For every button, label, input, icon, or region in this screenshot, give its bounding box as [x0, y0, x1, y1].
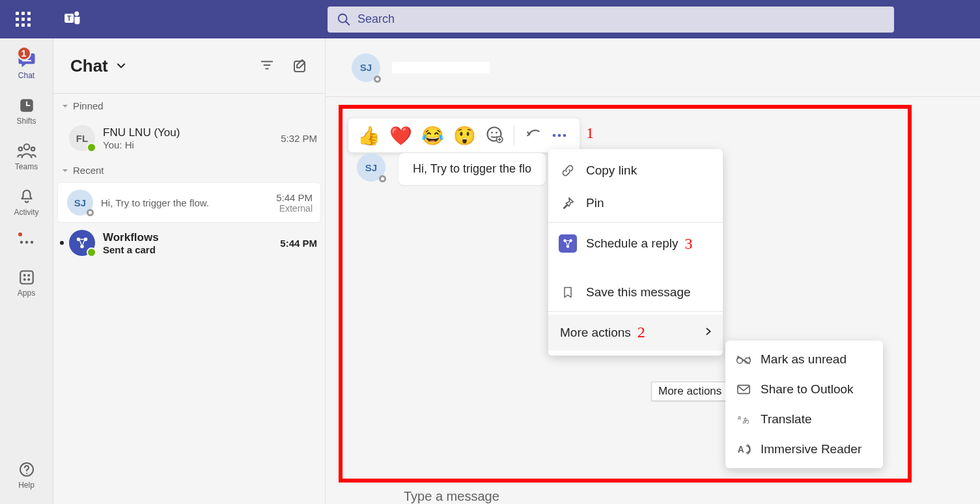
menu-save-message[interactable]: Save this message — [548, 276, 723, 309]
compose-icon[interactable] — [292, 58, 308, 74]
chat-content: SJ 👍 ❤️ 😂 😲 1 — [326, 38, 980, 504]
separator — [514, 126, 514, 145]
avatar-initials: SJ — [360, 62, 372, 73]
menu-pin[interactable]: Pin — [548, 187, 723, 219]
search-input[interactable]: Search — [328, 7, 894, 33]
avatar-initials: FL — [76, 133, 88, 144]
rail-shifts[interactable]: Shifts — [5, 91, 49, 128]
pin-icon — [560, 196, 576, 210]
submenu-mark-unread-label: Mark as unread — [761, 352, 847, 367]
menu-pin-label: Pin — [586, 196, 604, 210]
svg-point-10 — [31, 147, 34, 150]
rail-chat[interactable]: 1 Chat — [5, 45, 49, 83]
svg-point-29 — [491, 132, 493, 133]
menu-schedule-reply[interactable]: Schedule a reply 3 — [548, 225, 723, 276]
svg-text:a: a — [738, 414, 742, 421]
immersive-reader-icon: A — [736, 443, 751, 456]
rail-activity[interactable]: Activity — [5, 182, 49, 219]
chat-item-time: 5:32 PM — [281, 133, 317, 144]
message-bubble[interactable]: Hi, Try to trigger the flo — [399, 153, 546, 185]
reaction-like[interactable]: 👍 — [357, 125, 380, 147]
chat-item-self[interactable]: FL FNU LNU (You) You: Hi 5:32 PM — [53, 118, 325, 158]
avatar[interactable]: SJ — [352, 53, 380, 82]
chat-item-time: 5:44 PM External — [276, 192, 313, 214]
bell-icon — [18, 188, 35, 205]
avatar-initials: SJ — [365, 162, 377, 173]
chat-item-time-text: 5:44 PM — [276, 192, 313, 203]
schedule-app-icon — [559, 234, 577, 253]
chat-item-workflows[interactable]: Workflows Sent a card 5:44 PM — [53, 223, 325, 263]
svg-rect-43 — [738, 385, 749, 394]
menu-schedule-reply-label: Schedule a reply — [586, 236, 679, 251]
svg-text:A: A — [738, 445, 744, 455]
menu-copy-link[interactable]: Copy link — [548, 154, 723, 187]
chat-item-external[interactable]: SJ Hi, Try to trigger the flow. 5:44 PM … — [57, 182, 321, 223]
submenu-share-outlook[interactable]: Share to Outlook — [725, 374, 883, 404]
compose-input[interactable]: Type a message — [404, 489, 980, 504]
svg-point-35 — [558, 134, 561, 137]
submenu-share-outlook-label: Share to Outlook — [761, 382, 854, 397]
submenu-immersive-reader[interactable]: A Immersive Reader — [725, 434, 883, 464]
reply-icon[interactable] — [525, 126, 542, 145]
svg-point-2 — [74, 11, 79, 16]
chevron-right-icon — [703, 326, 714, 340]
submenu-translate-label: Translate — [761, 412, 812, 427]
avatar[interactable]: SJ — [357, 153, 385, 182]
app-rail: 1 Chat Shifts Teams Activity — [0, 38, 53, 504]
svg-point-27 — [80, 245, 84, 249]
link-icon — [560, 163, 576, 178]
chat-item-title: FNU LNU (You) — [103, 126, 275, 139]
section-pinned[interactable]: Pinned — [53, 94, 325, 118]
avatar — [69, 230, 95, 256]
svg-point-12 — [25, 241, 27, 244]
rail-teams[interactable]: Teams — [5, 136, 49, 174]
submenu-mark-unread[interactable]: Mark as unread — [725, 344, 883, 374]
presence-offline-icon — [374, 76, 381, 83]
message-context-menu: Copy link Pin Schedule a reply 3 Save th… — [548, 149, 723, 356]
chat-item-external-tag: External — [276, 203, 313, 214]
annotation-number-1: 1 — [586, 124, 594, 142]
shifts-icon — [18, 97, 35, 114]
svg-point-36 — [563, 134, 567, 137]
search-placeholder: Search — [357, 12, 395, 26]
waffle-icon[interactable] — [16, 12, 31, 27]
translate-icon: aあ — [736, 413, 751, 426]
chat-header-name — [392, 62, 490, 74]
svg-point-34 — [553, 134, 556, 137]
menu-separator — [548, 311, 723, 312]
reaction-surprised[interactable]: 😲 — [453, 125, 476, 147]
rail-help[interactable]: Help — [5, 455, 49, 492]
glasses-icon — [736, 354, 751, 365]
reaction-toolbar: 👍 ❤️ 😂 😲 — [348, 119, 580, 152]
filter-icon[interactable] — [260, 58, 274, 72]
rail-activity-label: Activity — [14, 208, 38, 217]
menu-more-actions-label: More actions — [560, 326, 631, 340]
chat-item-time: 5:44 PM — [280, 238, 317, 249]
annotation-number-2: 2 — [637, 324, 645, 341]
menu-separator — [548, 222, 723, 223]
search-icon — [337, 12, 351, 27]
rail-apps-label: Apps — [18, 288, 35, 298]
reaction-more-icon[interactable] — [485, 125, 503, 146]
reaction-laugh[interactable]: 😂 — [421, 125, 444, 147]
title-bar: T Search — [0, 0, 980, 38]
unread-dot-icon — [60, 241, 64, 245]
svg-rect-14 — [20, 271, 33, 284]
submenu-translate[interactable]: aあ Translate — [725, 404, 883, 434]
svg-point-30 — [496, 132, 497, 133]
menu-more-actions[interactable]: More actions 2 — [548, 315, 723, 350]
rail-apps[interactable]: Apps — [5, 262, 49, 300]
more-options-icon[interactable] — [551, 130, 568, 141]
reaction-heart[interactable]: ❤️ — [389, 125, 412, 147]
teams-logo-icon[interactable]: T — [64, 9, 82, 30]
section-recent[interactable]: Recent — [53, 158, 325, 182]
svg-point-15 — [23, 274, 25, 277]
rail-more[interactable] — [5, 227, 49, 255]
apps-icon — [18, 269, 35, 286]
chevron-down-icon[interactable] — [115, 59, 128, 72]
svg-point-11 — [20, 241, 22, 244]
tooltip-more-actions: More actions — [651, 382, 729, 401]
avatar-initials: SJ — [74, 197, 86, 208]
svg-point-13 — [30, 241, 33, 244]
teams-icon — [17, 143, 36, 160]
